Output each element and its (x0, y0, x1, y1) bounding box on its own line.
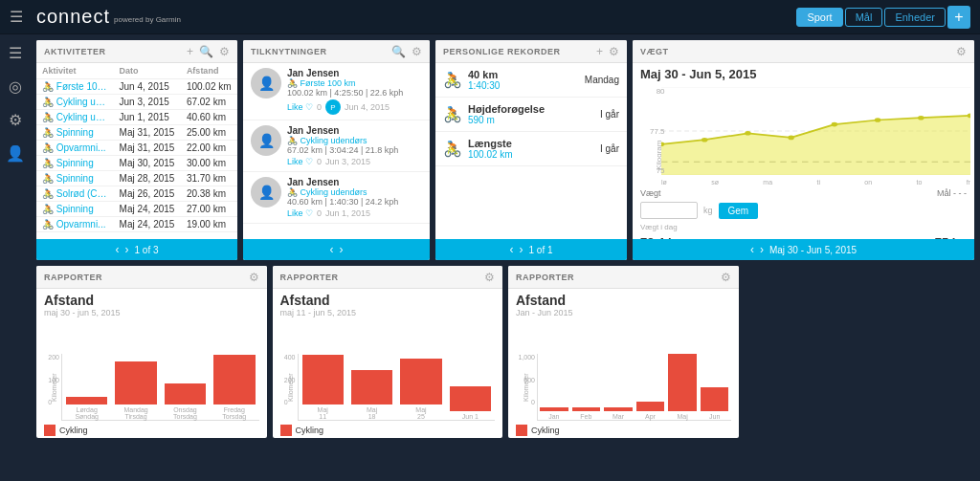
record-info: Længste 100.02 km (468, 138, 513, 160)
act-name-cell[interactable]: 🚴 Cykling ud... (36, 110, 114, 125)
weight-settings-icon[interactable]: ⚙ (956, 45, 967, 58)
like-button[interactable]: Like ♡ (287, 208, 313, 218)
act-name-cell[interactable]: 🚴 Spinning (36, 202, 114, 217)
activity-icon[interactable]: ◎ (9, 77, 22, 96)
act-name-cell[interactable]: 🚴 Første 100... (36, 79, 114, 95)
table-row[interactable]: 🚴 Opvarmni... Maj 24, 2015 19.00 km (36, 217, 237, 232)
enheder-nav-button[interactable]: Enheder (884, 8, 946, 27)
report-card-2: RAPPORTER ⚙ Afstand maj 11 - jun 5, 2015… (273, 266, 503, 438)
records-prev[interactable]: ‹ (509, 243, 513, 256)
menu-sidebar-icon[interactable]: ☰ (9, 44, 22, 62)
report1-title: RAPPORTER (44, 273, 102, 282)
table-row[interactable]: 🚴 Opvarmni... Maj 31, 2015 22.00 km (36, 141, 237, 156)
activities-add-icon[interactable]: + (187, 45, 193, 58)
act-name-cell[interactable]: 🚴 Opvarmni... (36, 217, 114, 232)
act-name-cell[interactable]: 🚴 Opvarmni... (36, 141, 114, 156)
report3-settings-icon[interactable]: ⚙ (721, 271, 731, 284)
y-200: 200 (48, 354, 59, 361)
tools-icon[interactable]: ⚙ (9, 111, 22, 129)
table-row[interactable]: 🚴 Spinning Maj 28, 2015 31.70 km (36, 171, 237, 186)
act-date-cell: Maj 24, 2015 (114, 202, 181, 217)
menu-icon[interactable]: ☰ (10, 8, 23, 26)
activities-prev[interactable]: ‹ (115, 243, 119, 256)
weight-save-button[interactable]: Gem (719, 203, 759, 219)
report2-legend-label: Cykling (296, 426, 324, 435)
conn-name: Jan Jensen (287, 177, 422, 187)
record-label: Længste (468, 138, 513, 149)
report2-settings-icon[interactable]: ⚙ (484, 271, 495, 284)
act-name-cell[interactable]: 🚴 Solrød (Ce... (36, 186, 114, 202)
connections-prev[interactable]: ‹ (330, 243, 334, 256)
records-next[interactable]: › (519, 243, 523, 256)
weight-stats: 78.4 kg Sidste vejning 75 kg Mål (633, 231, 974, 239)
record-longest-icon: 🚴 (443, 140, 462, 158)
bar-label: Jan (548, 413, 559, 420)
like-button[interactable]: Like ♡ (287, 157, 313, 166)
y-0-3: 0 (518, 399, 535, 405)
legend-box (516, 425, 527, 436)
table-row[interactable]: 🚴 Cykling ud... Jun 1, 2015 40.60 km (36, 110, 237, 125)
activities-settings-icon[interactable]: ⚙ (219, 45, 230, 58)
table-row[interactable]: 🚴 Cykling ud... Jun 3, 2015 67.02 km (36, 95, 237, 110)
report3-bars: Jan Feb Mar Apr (537, 354, 731, 421)
table-row[interactable]: 🚴 Spinning Maj 31, 2015 25.00 km (36, 125, 237, 141)
records-add-icon[interactable]: + (596, 45, 603, 58)
bar-wrap: FredagTorsdag (213, 355, 255, 420)
act-date-cell: Jun 4, 2015 (114, 79, 181, 95)
conn-stats: 100.02 km | 4:25:50 | 22.6 kph (287, 88, 422, 98)
svg-point-7 (702, 138, 707, 142)
report3-chart: 1,000 500 0 Jan Feb (537, 354, 731, 421)
weight-chart: lø sø ma ti on to fr (661, 87, 970, 175)
weight-input[interactable] (640, 202, 698, 219)
act-dist-cell: 25.00 km (181, 125, 237, 141)
table-row[interactable]: 🚴 Solrød (Ce... Maj 26, 2015 20.38 km (36, 186, 237, 202)
weight-card: VÆGT ⚙ Maj 30 - Jun 5, 2015 Kilogram (633, 40, 974, 260)
act-name-cell[interactable]: 🚴 Cykling ud... (36, 95, 114, 110)
record-day: I går (600, 109, 619, 120)
user-icon[interactable]: 👤 (6, 144, 25, 163)
connections-actions: 🔍 ⚙ (391, 45, 422, 58)
connections-search-icon[interactable]: 🔍 (391, 45, 406, 58)
weight-body: Maj 30 - Jun 5, 2015 Kilogram (633, 63, 974, 239)
report3-chart-title: Afstand Jan - Jun 2015 (508, 289, 739, 317)
record-day: Mandag (585, 75, 619, 85)
svg-point-8 (745, 131, 750, 136)
x-label-lo: lø (661, 179, 667, 186)
report3-legend-label: Cykling (531, 426, 560, 435)
report2-subtitle: maj 11 - jun 5, 2015 (280, 308, 496, 317)
weight-next[interactable]: › (760, 243, 764, 256)
bar (115, 361, 156, 404)
activities-search-icon[interactable]: 🔍 (199, 45, 213, 58)
report3-y-labels: 1,000 500 0 (518, 354, 537, 405)
act-name-cell[interactable]: 🚴 Spinning (36, 171, 114, 186)
bar-label: Maj11 (318, 406, 328, 420)
records-settings-icon[interactable]: ⚙ (609, 45, 619, 58)
report1-settings-icon[interactable]: ⚙ (249, 271, 259, 284)
y-200-2: 200 (284, 377, 296, 383)
table-row[interactable]: 🚴 Første 100... Jun 4, 2015 100.02 km (36, 79, 237, 95)
connections-next[interactable]: › (340, 243, 344, 256)
report1-subtitle: maj 30 - jun 5, 2015 (44, 308, 259, 317)
sport-nav-button[interactable]: Sport (796, 8, 842, 27)
activities-next[interactable]: › (124, 243, 128, 256)
connections-settings-icon[interactable]: ⚙ (412, 45, 422, 58)
act-name-cell[interactable]: 🚴 Spinning (36, 125, 114, 141)
weight-prev[interactable]: ‹ (750, 243, 754, 256)
like-button[interactable]: Like ♡ (287, 102, 313, 112)
bar-label: Maj25 (415, 406, 426, 420)
record-value: 590 m (468, 115, 545, 125)
act-dist-cell: 20.38 km (181, 186, 237, 202)
col-date: Dato (114, 63, 181, 79)
bar-label: MandagTirsdag (123, 406, 147, 420)
connections-title: TILKNYTNINGER (251, 47, 327, 56)
conn-date: Jun 1, 2015 (325, 208, 370, 218)
maal-nav-button[interactable]: Mål (845, 8, 883, 27)
left-sidebar: ☰ ◎ ⚙ 👤 (0, 34, 31, 481)
table-row[interactable]: 🚴 Spinning Maj 24, 2015 27.00 km (36, 202, 237, 217)
act-name-cell[interactable]: 🚴 Spinning (36, 156, 114, 171)
record-info: Højdeforøgelse 590 m (468, 103, 545, 125)
report1-legend: Cykling (36, 423, 267, 438)
add-button[interactable]: + (947, 6, 970, 29)
header-right: Sport Mål Enheder + (796, 6, 970, 29)
table-row[interactable]: 🚴 Spinning Maj 30, 2015 30.00 km (36, 156, 237, 171)
